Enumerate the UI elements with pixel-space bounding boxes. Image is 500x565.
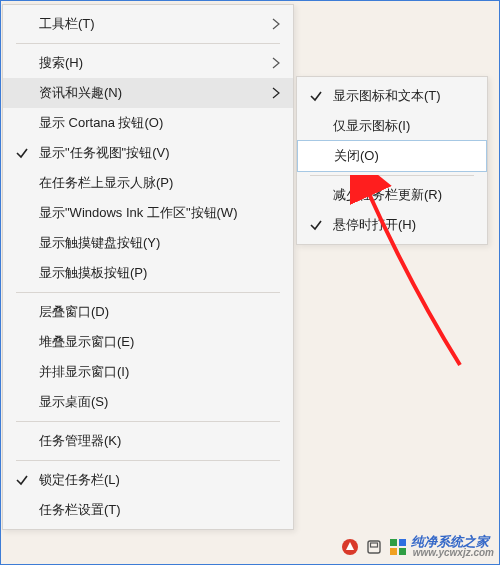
menu-item-news-interests[interactable]: 资讯和兴趣(N) [3,78,293,108]
menu-item-show-people[interactable]: 在任务栏上显示人脉(P) [3,168,293,198]
menu-item-label: 显示"Windows Ink 工作区"按钮(W) [39,205,237,220]
brand-url: www.ycwxjz.com [413,548,494,558]
check-icon [309,89,323,103]
menu-item-toolbars[interactable]: 工具栏(T) [3,9,293,39]
system-tray: 纯净系统之家 www.ycwxjz.com [341,535,494,558]
menu-item-label: 显示 Cortana 按钮(O) [39,115,163,130]
submenu-item-label: 减少任务栏更新(R) [333,187,442,202]
menu-item-label: 并排显示窗口(I) [39,364,129,379]
device-icon[interactable] [365,538,383,556]
menu-item-task-manager[interactable]: 任务管理器(K) [3,426,293,456]
menu-item-label: 工具栏(T) [39,16,95,31]
check-icon [15,473,29,487]
chevron-right-icon [269,86,283,100]
svg-rect-2 [370,543,377,547]
menu-item-label: 层叠窗口(D) [39,304,109,319]
svg-rect-6 [399,548,406,555]
submenu-item-show-icon-only[interactable]: 仅显示图标(I) [297,111,487,141]
windows-logo-icon [389,538,407,556]
news-interests-submenu: 显示图标和文本(T) 仅显示图标(I) 关闭(O) 减少任务栏更新(R) 悬停时… [296,76,488,245]
submenu-item-reduce-updates[interactable]: 减少任务栏更新(R) [297,180,487,210]
submenu-item-label: 关闭(O) [334,148,379,163]
submenu-item-show-icon-text[interactable]: 显示图标和文本(T) [297,81,487,111]
submenu-item-label: 仅显示图标(I) [333,118,410,133]
menu-item-label: 锁定任务栏(L) [39,472,120,487]
svg-rect-3 [390,539,397,546]
menu-item-label: 搜索(H) [39,55,83,70]
submenu-separator [310,175,474,176]
menu-separator [16,460,280,461]
submenu-item-label: 悬停时打开(H) [333,217,416,232]
menu-item-lock-taskbar[interactable]: 锁定任务栏(L) [3,465,293,495]
menu-item-show-taskview[interactable]: 显示"任务视图"按钮(V) [3,138,293,168]
menu-item-label: 显示触摸板按钮(P) [39,265,147,280]
check-icon [15,146,29,160]
menu-item-label: 任务栏设置(T) [39,502,121,517]
taskbar-context-menu: 工具栏(T) 搜索(H) 资讯和兴趣(N) 显示 Cortana 按钮(O) 显… [2,4,294,530]
menu-item-label: 资讯和兴趣(N) [39,85,122,100]
menu-item-label: 显示"任务视图"按钮(V) [39,145,170,160]
menu-separator [16,421,280,422]
menu-item-taskbar-settings[interactable]: 任务栏设置(T) [3,495,293,525]
chevron-right-icon [269,56,283,70]
menu-item-show-cortana[interactable]: 显示 Cortana 按钮(O) [3,108,293,138]
menu-item-label: 堆叠显示窗口(E) [39,334,134,349]
chevron-right-icon [269,17,283,31]
svg-rect-4 [399,539,406,546]
menu-item-show-touch-keyboard[interactable]: 显示触摸键盘按钮(Y) [3,228,293,258]
menu-item-sidebyside[interactable]: 并排显示窗口(I) [3,357,293,387]
menu-separator [16,292,280,293]
brand-watermark: 纯净系统之家 www.ycwxjz.com [389,535,494,558]
submenu-item-turn-off[interactable]: 关闭(O) [297,140,487,172]
taskbar: 纯净系统之家 www.ycwxjz.com [0,530,500,560]
menu-item-label: 任务管理器(K) [39,433,121,448]
submenu-item-open-on-hover[interactable]: 悬停时打开(H) [297,210,487,240]
menu-item-label: 显示触摸键盘按钮(Y) [39,235,160,250]
menu-item-show-touchpad[interactable]: 显示触摸板按钮(P) [3,258,293,288]
menu-separator [16,43,280,44]
menu-item-cascade[interactable]: 层叠窗口(D) [3,297,293,327]
submenu-item-label: 显示图标和文本(T) [333,88,441,103]
menu-item-stack[interactable]: 堆叠显示窗口(E) [3,327,293,357]
svg-rect-5 [390,548,397,555]
menu-item-search[interactable]: 搜索(H) [3,48,293,78]
menu-item-label: 显示桌面(S) [39,394,108,409]
check-icon [309,218,323,232]
menu-item-show-desktop[interactable]: 显示桌面(S) [3,387,293,417]
menu-item-label: 在任务栏上显示人脉(P) [39,175,173,190]
avast-icon[interactable] [341,538,359,556]
menu-item-show-ink[interactable]: 显示"Windows Ink 工作区"按钮(W) [3,198,293,228]
